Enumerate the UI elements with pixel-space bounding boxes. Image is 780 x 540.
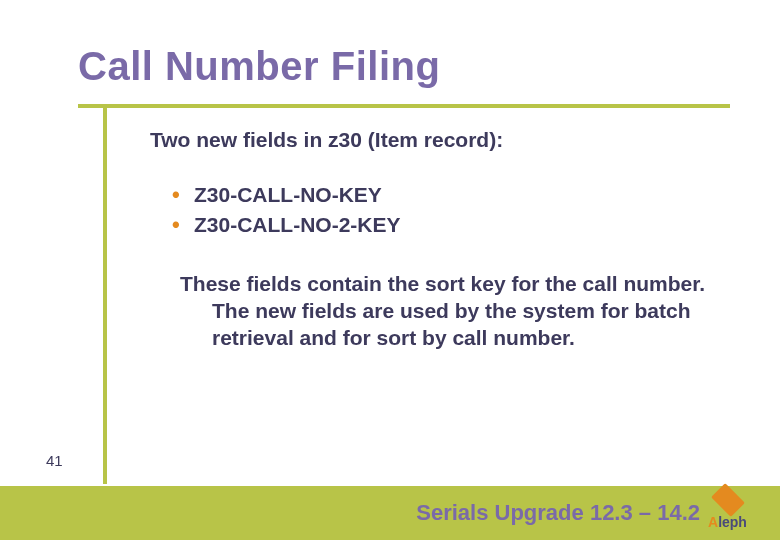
bullet-text: Z30-CALL-NO-2-KEY [194,211,401,238]
slide: Call Number Filing Two new fields in z30… [0,0,780,540]
vertical-rule [103,106,107,484]
description-text: These fields contain the sort key for th… [150,270,730,352]
list-item: • Z30-CALL-NO-2-KEY [172,211,730,238]
subtitle-text: Two new fields in z30 (Item record): [150,126,730,153]
bullet-text: Z30-CALL-NO-KEY [194,181,382,208]
logo-text: Aleph [708,514,747,530]
logo-letter-a: A [708,514,718,530]
aleph-logo: Aleph [708,494,770,530]
slide-number: 41 [46,452,63,469]
footer-bar: Serials Upgrade 12.3 – 14.2 [0,486,780,540]
bullet-icon: • [172,214,194,236]
bullet-list: • Z30-CALL-NO-KEY • Z30-CALL-NO-2-KEY [150,181,730,238]
bullet-icon: • [172,184,194,206]
slide-title: Call Number Filing [78,44,440,89]
slide-content: Two new fields in z30 (Item record): • Z… [150,126,730,352]
footer-text: Serials Upgrade 12.3 – 14.2 [416,500,700,526]
list-item: • Z30-CALL-NO-KEY [172,181,730,208]
logo-letter-rest: leph [718,514,747,530]
title-underline [78,104,730,108]
